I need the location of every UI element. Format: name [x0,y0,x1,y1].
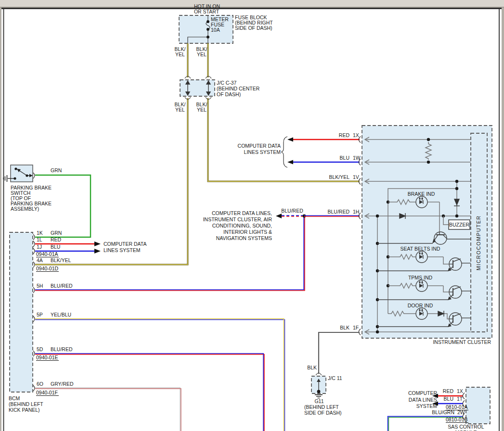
blured-dashed-label: BLU/RED [281,208,303,214]
bcm-pin-code: 5P [37,312,43,317]
pin-wire-label: BLK [340,325,349,330]
jc-c37-name: J/C C-37 [217,80,237,86]
bcm-pin-wire: BLU/RED [51,346,73,352]
bcm-pin-wire: GRY/RED [51,381,74,387]
hot-feed-label2: OR START [194,9,220,14]
svg-text:CONDITIONING, SOUND,: CONDITIONING, SOUND, [212,223,272,228]
tpms-ind-label: TPMS IND [408,275,433,280]
frame-top-bar [0,0,504,7]
door-ind-label: DOOR IND [408,303,433,308]
cds-mid-label: COMPUTER DATA [103,241,146,247]
bcm-box [10,232,33,392]
brake-ind-label: BRAKE IND [408,191,435,197]
svg-text:YEL: YEL [197,107,207,113]
bcm-pin-wire: BLK/YEL [51,257,71,263]
bcm-pin-code: 5H [37,283,43,289]
link-0940-01F[interactable]: 0940-01F [36,390,58,395]
svg-text:INSTRUMENT CLUSTER, AIR: INSTRUMENT CLUSTER, AIR [203,216,272,222]
sas-pin-wire: BLU [444,396,453,402]
link-0940-01A[interactable]: 0940-01A [36,251,58,257]
pin-wire-label: BLU [340,155,349,161]
sas-pin-code: 2W [457,409,465,415]
g11-location: (BEHIND LEFT [304,404,339,410]
link-0810-01B[interactable]: 0810-01B [446,417,468,422]
parking-brake-switch-box [11,165,33,182]
svg-text:INTERIOR LIGHTS &: INTERIOR LIGHTS & [223,229,272,235]
pin-wire-label: BLU/RED [327,209,349,215]
bcm-pin-wire: YEL/BLU [51,312,71,317]
sas-pin-wire: RED [443,388,454,394]
jc-c37-location2: OF DASH) [217,91,241,97]
pin-wire-label: RED [339,132,350,138]
bcm-pin-wire: BLU [51,244,60,250]
bcm-pin-code: 6O [37,381,43,387]
bcm-location: (BEHIND LEFT [9,401,43,407]
pin-code-label: 1W [353,155,361,161]
bcm-pin-wire: BLU/RED [51,283,73,289]
bcm-pin-wire: RED [51,237,62,242]
jc11-label: J/C 11 [328,375,342,381]
bcm-pin-code: 1K [37,230,43,236]
sas-control-label: SAS CONTROL [448,424,484,430]
svg-text:DATA LINES: DATA LINES [409,397,437,403]
bcm-pin-code: 4A [37,257,43,263]
pin-code-label: 1H [353,209,359,215]
wiring-diagram: HOT IN ON OR START METER FUSE 10A FUSE B… [0,0,504,431]
fuse-block-location2: SIDE OF DASH) [235,25,272,31]
svg-text:NAVIGATION SYSTEMS: NAVIGATION SYSTEMS [216,235,272,241]
seat-belts-ind-label: SEAT BELTS IND [401,246,440,252]
sas-control-box [466,387,490,424]
bcm-pin-code: 5D [37,346,43,352]
sas-pin-code: 1X [457,388,463,394]
pin-wire-label: BLK/YEL [329,174,349,180]
link-0940-01E[interactable]: 0940-01E [36,355,58,360]
jc-c37-location: (BEHIND CENTER [217,86,260,91]
pin-code-label: 1X [353,132,359,138]
g11-location2: SIDE OF DASH) [304,410,342,416]
svg-text:YEL: YEL [197,51,207,57]
frame-left-border [0,8,1,431]
fuse-rating-label: 10A [211,27,220,33]
microcomputer-label: MICROCOMPUTER [476,215,481,270]
cds-mid-label2: LINES SYSTEM [103,247,140,253]
bcm-pin-code: 1J [37,244,42,250]
pin-code-label: 1V [353,174,359,180]
bcm-pin-code: 1L [37,237,42,242]
sas-pin-wire: BLU/GRN [432,409,454,415]
link-0940-01D[interactable]: 0940-01D [36,266,59,271]
svg-text:ASSEMBLY): ASSEMBLY) [11,206,39,212]
bcm-pin-wire: GRN [51,230,62,236]
cds-top-label: COMPUTER DATA [238,143,281,149]
svg-text:YEL: YEL [175,107,185,113]
bcm-name: BCM [9,395,20,401]
svg-text:YEL: YEL [175,51,185,57]
instrument-cluster-label: INSTRUMENT CLUSTER [433,339,491,345]
sas-cds-label: COMPUTER [408,390,438,396]
buzzer-label: BUZZER [449,222,469,228]
grn-wire-label: GRN [51,167,62,173]
systems-note: COMPUTER DATA LINES, [212,210,272,216]
bcm-location2: KICK PANEL) [9,407,40,413]
g11-label: G11 [314,398,323,404]
blk-wire-label: BLK [307,365,317,370]
pin-code-label: 1F [353,325,359,330]
cds-top-label2: LINES SYSTEM [244,149,281,155]
sas-pin-code: 1T [457,396,463,402]
